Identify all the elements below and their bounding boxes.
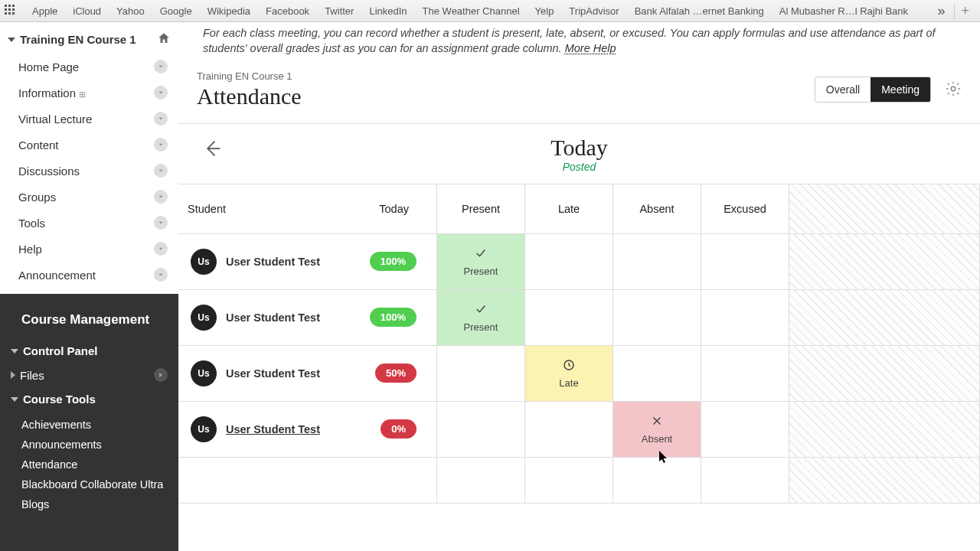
- bookmark-link[interactable]: Yelp: [528, 5, 562, 17]
- status-cell-absent[interactable]: [613, 290, 701, 345]
- settings-gear-icon[interactable]: [945, 80, 962, 99]
- chevron-down-icon[interactable]: [154, 138, 168, 152]
- sidebar-item-label: Information⊞: [18, 86, 86, 99]
- bookmark-link[interactable]: TripAdvisor: [561, 5, 626, 17]
- sidebar-item[interactable]: Discussions: [6, 158, 172, 184]
- apps-grid-icon[interactable]: [5, 5, 17, 17]
- score-pill: 0%: [381, 419, 416, 439]
- bookmarks-overflow[interactable]: »: [931, 3, 951, 19]
- score-pill: 100%: [370, 308, 416, 327]
- student-name: User Student Test: [226, 311, 370, 324]
- student-cell[interactable]: UsUser Student Test100%: [178, 290, 437, 345]
- student-cell[interactable]: UsUser Student Test100%: [178, 234, 437, 289]
- col-present: Present: [437, 184, 525, 233]
- chevron-down-icon[interactable]: [154, 164, 168, 178]
- status-cell-late[interactable]: [525, 234, 613, 289]
- bookmark-link[interactable]: Apple: [24, 5, 65, 17]
- sidebar-item[interactable]: Information⊞: [6, 80, 172, 106]
- sidebar-item[interactable]: Help: [6, 236, 172, 262]
- tool-item[interactable]: Announcements: [0, 435, 178, 455]
- bookmark-link[interactable]: Twitter: [317, 5, 361, 17]
- bookmark-link[interactable]: Facebook: [258, 5, 317, 17]
- toggle-overall[interactable]: Overall: [815, 77, 871, 102]
- bookmark-link[interactable]: Bank Alfalah …ernet Banking: [627, 5, 772, 17]
- sidebar-item[interactable]: Announcement: [6, 262, 172, 288]
- status-cell-present[interactable]: Present: [437, 290, 525, 345]
- chevron-down-icon[interactable]: [154, 190, 168, 204]
- status-cell-absent[interactable]: Absent: [613, 402, 701, 457]
- new-tab-button[interactable]: +: [954, 3, 975, 19]
- bookmark-link[interactable]: The Weather Channel: [415, 5, 528, 17]
- status-cell-excused[interactable]: [701, 346, 789, 401]
- sidebar-item[interactable]: Tools: [6, 210, 172, 236]
- course-title: Training EN Course 1: [20, 33, 157, 46]
- status-cell-excused[interactable]: [701, 234, 789, 289]
- tool-item[interactable]: Blogs: [0, 494, 178, 514]
- page-title: Attendance: [197, 83, 815, 109]
- course-title-row[interactable]: Training EN Course 1: [0, 22, 178, 54]
- chevron-down-icon[interactable]: [154, 242, 168, 256]
- date-navigation: Today Posted: [178, 124, 980, 184]
- course-management-panel: Course Management Control Panel Files Co…: [0, 294, 178, 551]
- score-pill: 100%: [370, 252, 416, 271]
- status-cell-absent[interactable]: [613, 346, 701, 401]
- chevron-down-icon[interactable]: [154, 216, 168, 230]
- tool-item[interactable]: Achievements: [0, 415, 178, 435]
- student-cell[interactable]: UsUser Student Test50%: [178, 346, 437, 401]
- student-cell[interactable]: UsUser Student Test0%: [178, 402, 437, 457]
- bookmark-link[interactable]: Wikipedia: [200, 5, 258, 17]
- status-cell-present[interactable]: [437, 346, 525, 401]
- table-row: UsUser Student Test0%Absent: [178, 402, 980, 458]
- status-cell-present[interactable]: Present: [437, 234, 525, 289]
- toggle-meeting[interactable]: Meeting: [871, 77, 930, 102]
- extra-cell: [789, 234, 980, 289]
- info-icon: ⊞: [79, 90, 86, 99]
- bookmark-link[interactable]: Yahoo: [109, 5, 152, 17]
- col-extra: [789, 184, 980, 233]
- present-icon: [474, 302, 488, 318]
- more-help-link[interactable]: More Help: [565, 42, 616, 54]
- status-cell-late[interactable]: [525, 290, 613, 345]
- sidebar-item[interactable]: Groups: [6, 184, 172, 210]
- go-icon[interactable]: [154, 368, 168, 382]
- col-student: Student: [188, 203, 226, 215]
- bookmark-link[interactable]: iCloud: [65, 5, 109, 17]
- control-panel-row[interactable]: Control Panel: [0, 338, 178, 364]
- chevron-down-icon[interactable]: [154, 86, 168, 99]
- status-cell-present[interactable]: [437, 402, 525, 457]
- status-cell-excused[interactable]: [701, 290, 789, 345]
- status-cell-late[interactable]: Late: [525, 346, 613, 401]
- sidebar-item[interactable]: Home Page: [6, 54, 172, 80]
- status-cell-late[interactable]: [525, 402, 613, 457]
- course-tools-row[interactable]: Course Tools: [0, 386, 178, 412]
- status-label: Present: [464, 321, 498, 333]
- sidebar-item-label: Help: [18, 243, 42, 256]
- sidebar-item-label: Tools: [18, 217, 45, 230]
- bookmark-link[interactable]: LinkedIn: [361, 5, 414, 17]
- control-panel-label: Control Panel: [23, 344, 168, 357]
- bookmark-link[interactable]: Al Mubasher R…l Rajhi Bank: [772, 5, 916, 17]
- breadcrumb: Training EN Course 1: [197, 70, 815, 82]
- sidebar-item-label: Announcement: [18, 269, 96, 282]
- table-row: UsUser Student Test100%Present: [178, 290, 980, 346]
- posted-label: Posted: [197, 161, 962, 173]
- status-cell-excused[interactable]: [701, 402, 789, 457]
- course-tools-label: Course Tools: [23, 393, 168, 406]
- sidebar-item[interactable]: Virtual Lecture: [6, 106, 172, 132]
- home-icon[interactable]: [157, 31, 171, 47]
- sidebar-item[interactable]: Content: [6, 132, 172, 158]
- bookmark-link[interactable]: Google: [152, 5, 200, 17]
- student-name: User Student Test: [226, 367, 375, 380]
- collapse-icon: [11, 397, 18, 402]
- status-cell-absent[interactable]: [613, 234, 701, 289]
- previous-day-arrow[interactable]: [201, 138, 223, 161]
- files-label: Files: [20, 369, 154, 382]
- chevron-down-icon[interactable]: [154, 268, 168, 282]
- course-management-heading: Course Management: [0, 305, 178, 338]
- extra-cell: [789, 346, 980, 401]
- chevron-down-icon[interactable]: [154, 112, 168, 126]
- chevron-down-icon[interactable]: [154, 60, 168, 73]
- tool-item[interactable]: Attendance: [0, 455, 178, 474]
- tool-item[interactable]: Blackboard Collaborate Ultra: [0, 474, 178, 494]
- files-row[interactable]: Files: [0, 364, 178, 386]
